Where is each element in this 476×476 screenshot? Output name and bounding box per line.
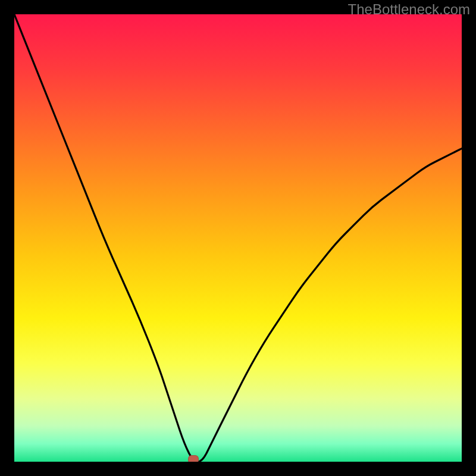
plot-area xyxy=(14,14,462,462)
bottleneck-curve xyxy=(14,14,462,462)
watermark-text: TheBottleneck.com xyxy=(348,1,470,18)
chart-container: TheBottleneck.com xyxy=(0,0,476,476)
minimum-marker xyxy=(188,455,199,462)
curve-path xyxy=(14,14,462,462)
